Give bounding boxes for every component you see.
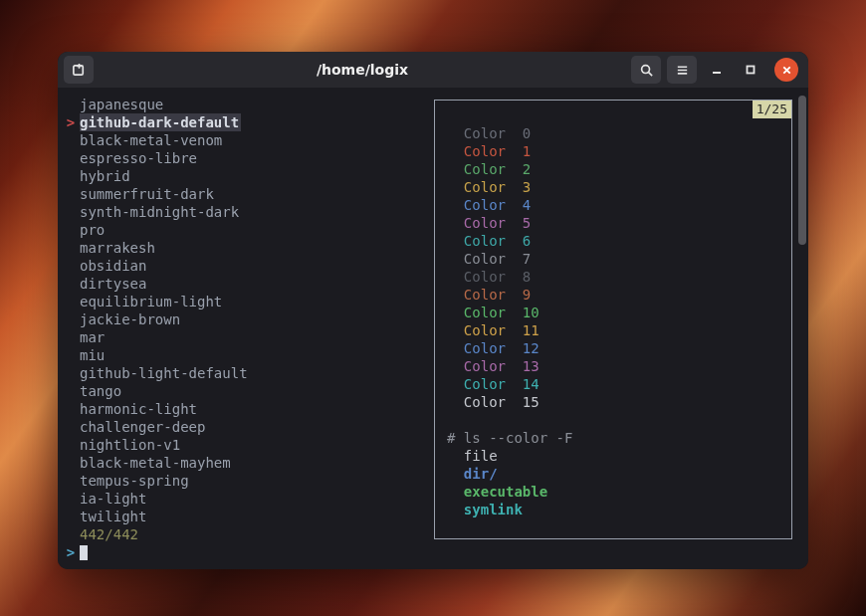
- list-marker: [62, 382, 80, 400]
- scrollbar-thumb[interactable]: [798, 96, 806, 245]
- list-marker: [62, 257, 80, 275]
- ls-sample: symlink: [447, 501, 779, 518]
- list-item-label: hybrid: [80, 167, 130, 185]
- list-item[interactable]: miu: [62, 346, 422, 364]
- color-sample: Color 6: [447, 232, 779, 250]
- list-item[interactable]: summerfruit-dark: [62, 185, 422, 203]
- color-sample: Color 5: [447, 214, 779, 232]
- list-item[interactable]: ia-light: [62, 490, 422, 508]
- list-item[interactable]: espresso-libre: [62, 149, 422, 167]
- list-item[interactable]: harmonic-light: [62, 400, 422, 418]
- list-item-label: twilight: [80, 508, 146, 525]
- color-sample: Color 9: [447, 286, 779, 304]
- list-item[interactable]: tempus-spring: [62, 472, 422, 490]
- list-marker: [62, 472, 80, 490]
- color-sample: Color 2: [447, 160, 779, 178]
- list-item[interactable]: equilibrium-light: [62, 293, 422, 310]
- list-marker: [62, 436, 80, 454]
- list-item[interactable]: hybrid: [62, 167, 422, 185]
- list-marker: [62, 400, 80, 418]
- ls-sample: file: [447, 447, 779, 465]
- list-item[interactable]: tango: [62, 382, 422, 400]
- list-item-label: synth-midnight-dark: [80, 203, 239, 221]
- list-marker: [62, 364, 80, 382]
- color-sample: Color 8: [447, 268, 779, 286]
- hamburger-menu-button[interactable]: [667, 56, 697, 84]
- list-item-label: marrakesh: [80, 239, 155, 257]
- list-marker: [62, 239, 80, 257]
- svg-rect-2: [748, 67, 755, 74]
- list-item-label: challenger-deep: [80, 418, 205, 436]
- list-item[interactable]: nightlion-v1: [62, 436, 422, 454]
- maximize-button[interactable]: [737, 56, 764, 84]
- list-marker: [62, 275, 80, 293]
- color-sample: Color 0: [447, 124, 779, 142]
- list-item[interactable]: dirtysea: [62, 275, 422, 293]
- terminal-window: /home/logix japanesque>github-dark-defau…: [58, 52, 808, 569]
- list-item[interactable]: black-metal-venom: [62, 131, 422, 149]
- list-item-label: miu: [80, 346, 105, 364]
- list-marker: [62, 328, 80, 346]
- list-item[interactable]: twilight: [62, 508, 422, 525]
- list-marker: [62, 185, 80, 203]
- list-item-label: mar: [80, 328, 105, 346]
- svg-rect-0: [73, 65, 82, 74]
- list-item[interactable]: challenger-deep: [62, 418, 422, 436]
- list-marker: [62, 167, 80, 185]
- list-item-label: summerfruit-dark: [80, 185, 214, 203]
- color-sample: Color 4: [447, 196, 779, 214]
- list-marker: [62, 508, 80, 525]
- list-marker: [62, 418, 80, 436]
- list-item-label: black-metal-venom: [80, 131, 222, 149]
- list-item-label: equilibrium-light: [80, 293, 222, 310]
- svg-point-1: [641, 65, 649, 73]
- list-item[interactable]: synth-midnight-dark: [62, 203, 422, 221]
- color-sample: Color 3: [447, 178, 779, 196]
- list-item[interactable]: black-metal-mayhem: [62, 454, 422, 472]
- list-item[interactable]: jackie-brown: [62, 310, 422, 328]
- ls-header: # ls --color -F: [447, 429, 779, 447]
- color-sample: Color 1: [447, 142, 779, 160]
- color-sample: Color 13: [447, 357, 779, 375]
- list-item-label: black-metal-mayhem: [80, 454, 231, 472]
- text-cursor: [80, 545, 88, 560]
- list-item[interactable]: github-light-default: [62, 364, 422, 382]
- list-item-label: obsidian: [80, 257, 146, 275]
- fzf-prompt[interactable]: >: [62, 543, 422, 561]
- ls-sample: executable: [447, 483, 779, 501]
- list-item-label: tempus-spring: [80, 472, 189, 490]
- terminal-body[interactable]: japanesque>github-dark-default black-met…: [58, 88, 808, 569]
- close-button[interactable]: [774, 58, 798, 82]
- list-marker: [62, 310, 80, 328]
- list-item[interactable]: obsidian: [62, 257, 422, 275]
- search-button[interactable]: [631, 56, 661, 84]
- list-counter: 442/442: [80, 525, 138, 543]
- list-item-label: espresso-libre: [80, 149, 197, 167]
- new-tab-button[interactable]: [64, 56, 94, 84]
- fzf-list[interactable]: japanesque>github-dark-default black-met…: [62, 96, 422, 561]
- list-item[interactable]: marrakesh: [62, 239, 422, 257]
- color-sample: Color 10: [447, 304, 779, 321]
- color-sample: Color 14: [447, 375, 779, 393]
- list-item-label: tango: [80, 382, 121, 400]
- list-item[interactable]: >github-dark-default: [62, 113, 422, 131]
- window-title: /home/logix: [100, 62, 625, 78]
- list-item-label: jackie-brown: [80, 310, 180, 328]
- list-marker: [62, 293, 80, 310]
- list-marker: >: [62, 113, 80, 131]
- list-item-label: nightlion-v1: [80, 436, 180, 454]
- list-marker: [62, 149, 80, 167]
- list-item-label: japanesque: [80, 96, 163, 113]
- preview-pane: 1/25 Color 0 Color 1 Color 2 Color 3 Col…: [434, 100, 792, 539]
- minimize-button[interactable]: [703, 56, 731, 84]
- list-item-label: ia-light: [80, 490, 146, 508]
- titlebar[interactable]: /home/logix: [58, 52, 808, 88]
- list-item[interactable]: mar: [62, 328, 422, 346]
- list-item-label: dirtysea: [80, 275, 146, 293]
- list-item-label: github-dark-default: [80, 113, 241, 131]
- list-marker: [62, 203, 80, 221]
- list-item[interactable]: pro: [62, 221, 422, 239]
- list-marker: [62, 454, 80, 472]
- list-item[interactable]: japanesque: [62, 96, 422, 113]
- color-sample: Color 12: [447, 339, 779, 357]
